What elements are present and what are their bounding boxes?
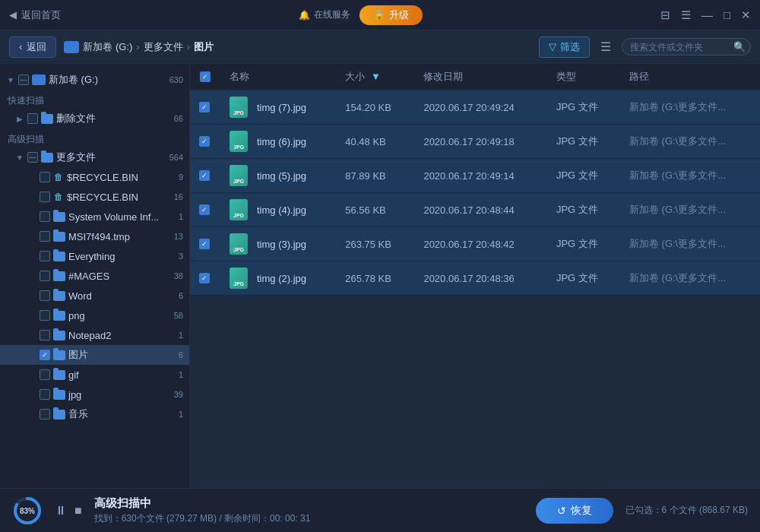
table-row[interactable]: timg (7).jpg 154.20 KB 2020.06.17 20:49:… <box>190 90 760 125</box>
progress-text: 83% <box>20 506 35 515</box>
disk-checkbox[interactable] <box>18 74 29 85</box>
folder-icon-8 <box>53 331 65 340</box>
item-count-9: 6 <box>179 350 183 359</box>
stop-button[interactable]: ■ <box>74 504 82 518</box>
col-name[interactable]: 名称 <box>220 64 336 90</box>
table-row[interactable]: timg (2).jpg 265.78 KB 2020.06.17 20:48:… <box>190 261 760 296</box>
online-service[interactable]: 🔔 在线服务 <box>299 8 350 21</box>
table-row[interactable]: timg (4).jpg 56.56 KB 2020.06.17 20:48:4… <box>190 193 760 227</box>
col-checkbox[interactable] <box>190 64 220 90</box>
delete-count: 66 <box>174 114 183 123</box>
sidebar-item-2[interactable]: System Volume Inf...1 <box>0 207 189 226</box>
file-checkbox-3[interactable] <box>199 204 210 215</box>
col-size[interactable]: 大小 ▼ <box>336 64 414 90</box>
row-size-5: 265.78 KB <box>336 261 414 296</box>
col-type[interactable]: 类型 <box>547 64 620 90</box>
folder-icon-3 <box>53 232 65 242</box>
row-checkbox-5[interactable] <box>190 261 220 296</box>
disk-folder-icon <box>32 74 46 85</box>
breadcrumb-disk[interactable]: 新加卷 (G:) <box>83 40 132 54</box>
row-type-2: JPG 文件 <box>547 159 620 193</box>
item-checkbox-6[interactable] <box>40 290 50 301</box>
maximize-icon[interactable]: □ <box>724 8 730 21</box>
sidebar-item-4[interactable]: Everything3 <box>0 246 189 266</box>
table-row[interactable]: timg (6).jpg 40.48 KB 2020.06.17 20:49:1… <box>190 125 760 159</box>
file-checkbox-2[interactable] <box>199 170 210 181</box>
item-label-11: jpg <box>68 389 168 401</box>
item-checkbox-8[interactable] <box>40 330 50 340</box>
sidebar-item-disk[interactable]: ▼ 新加卷 (G:) 630 <box>0 70 189 90</box>
sidebar-item-3[interactable]: MSI7f494.tmp13 <box>0 226 189 246</box>
restore-icon: ↺ <box>557 505 566 517</box>
search-input[interactable] <box>630 42 729 52</box>
restore-label: 恢复 <box>571 504 592 518</box>
col-path[interactable]: 路径 <box>620 64 760 90</box>
sidebar-item-12[interactable]: 音乐1 <box>0 404 189 424</box>
item-checkbox-5[interactable] <box>40 271 50 281</box>
sidebar-item-8[interactable]: Notepad21 <box>0 325 189 345</box>
file-checkbox-1[interactable] <box>199 136 210 147</box>
delete-checkbox[interactable] <box>27 113 38 124</box>
table-row[interactable]: timg (5).jpg 87.89 KB 2020.06.17 20:49:1… <box>190 159 760 193</box>
jpg-icon-0 <box>230 97 251 118</box>
close-icon[interactable]: ✕ <box>741 8 751 22</box>
toolbar: ‹ 返回 新加卷 (G:) › 更多文件 › 图片 ▽ 筛选 ☰ 🔍 <box>0 30 760 64</box>
sidebar-item-0[interactable]: 🗑$RECYCLE.BIN9 <box>0 167 189 187</box>
row-checkbox-2[interactable] <box>190 159 220 193</box>
sidebar-item-5[interactable]: #MAGES38 <box>0 266 189 286</box>
item-checkbox-7[interactable] <box>40 310 50 321</box>
item-checkbox-12[interactable] <box>40 409 50 420</box>
menu-icon[interactable]: ☰ <box>681 8 691 22</box>
minimize-icon[interactable]: — <box>701 8 713 21</box>
item-checkbox-4[interactable] <box>40 251 50 261</box>
sidebar-item-delete-files[interactable]: ▶ 删除文件 66 <box>0 109 189 128</box>
file-name-4: timg (3).jpg <box>257 239 306 250</box>
row-date-2: 2020.06.17 20:49:14 <box>414 159 546 193</box>
file-checkbox-5[interactable] <box>199 273 210 283</box>
filter-button[interactable]: ▽ 筛选 <box>539 36 590 58</box>
pause-button[interactable]: ⏸ <box>55 504 67 518</box>
sidebar-item-11[interactable]: jpg39 <box>0 385 189 404</box>
toolbar-right: ▽ 筛选 ☰ 🔍 <box>539 36 751 58</box>
selected-info: 已勾选：6 个文件 (868.67 KB) <box>625 504 748 517</box>
row-checkbox-4[interactable] <box>190 227 220 261</box>
row-path-5: 新加卷 (G:\更多文件... <box>620 261 760 296</box>
row-checkbox-3[interactable] <box>190 193 220 227</box>
col-date[interactable]: 修改日期 <box>414 64 546 90</box>
row-name-0: timg (7).jpg <box>220 90 336 125</box>
item-checkbox-11[interactable] <box>40 389 50 400</box>
table-row[interactable]: timg (3).jpg 263.75 KB 2020.06.17 20:48:… <box>190 227 760 261</box>
sidebar-item-1[interactable]: 🗑$RECYCLE.BIN16 <box>0 187 189 207</box>
sidebar-item-more-files[interactable]: ▼ 更多文件 564 <box>0 147 189 167</box>
item-checkbox-3[interactable] <box>40 231 50 242</box>
item-checkbox-0[interactable] <box>40 172 50 182</box>
upgrade-button[interactable]: 🔒 升级 <box>359 5 423 25</box>
disk-icon <box>64 41 79 53</box>
more-checkbox[interactable] <box>27 152 38 163</box>
back-button[interactable]: ‹ 返回 <box>9 36 56 58</box>
row-checkbox-1[interactable] <box>190 125 220 159</box>
restore-button[interactable]: ↺ 恢复 <box>536 498 613 524</box>
item-checkbox-2[interactable] <box>40 211 50 222</box>
disk-label: 新加卷 (G:) <box>49 73 163 87</box>
item-checkbox-1[interactable] <box>40 192 50 202</box>
item-checkbox-9[interactable] <box>40 350 50 360</box>
search-icon[interactable]: 🔍 <box>733 41 746 52</box>
sidebar-item-10[interactable]: gif1 <box>0 365 189 385</box>
row-checkbox-0[interactable] <box>190 90 220 125</box>
sidebar-item-6[interactable]: Word6 <box>0 286 189 306</box>
row-type-1: JPG 文件 <box>547 125 620 159</box>
upgrade-label: 升级 <box>389 8 409 22</box>
breadcrumb-folder1[interactable]: 更多文件 <box>144 40 183 54</box>
item-checkbox-10[interactable] <box>40 369 50 380</box>
sidebar-item-7[interactable]: png58 <box>0 306 189 325</box>
file-checkbox-0[interactable] <box>199 102 210 112</box>
file-checkbox-4[interactable] <box>199 239 210 249</box>
settings-icon[interactable]: ⊟ <box>660 8 670 22</box>
select-all-checkbox[interactable] <box>200 71 211 82</box>
sidebar-item-9[interactable]: 图片6 <box>0 345 189 365</box>
row-size-2: 87.89 KB <box>336 159 414 193</box>
search-box[interactable]: 🔍 <box>622 38 751 55</box>
back-home-btn[interactable]: ◀ 返回首页 <box>9 8 61 22</box>
grid-view-button[interactable]: ☰ <box>596 38 616 55</box>
